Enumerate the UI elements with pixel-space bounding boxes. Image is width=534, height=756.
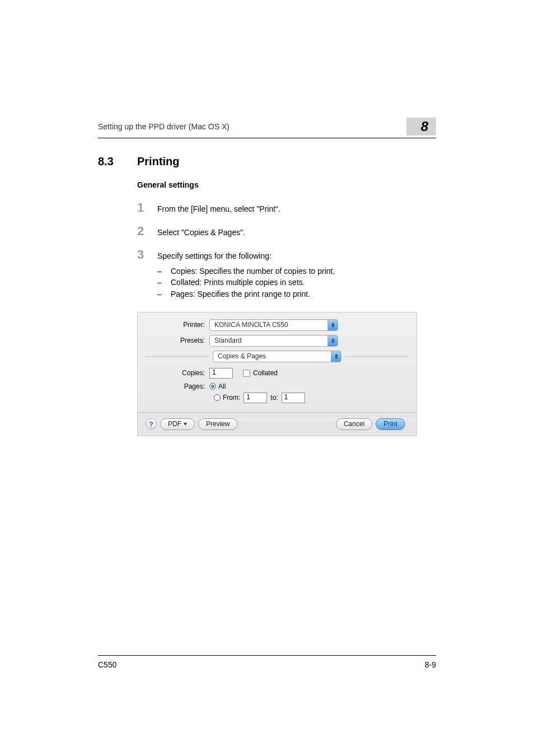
chapter-badge: 8 — [406, 118, 436, 136]
footer-divider — [98, 655, 436, 656]
copies-input[interactable]: 1 — [209, 368, 233, 379]
step-text: Select "Copies & Pages". — [157, 227, 245, 238]
section-number: 8.3 — [98, 155, 137, 168]
caret-down-icon — [184, 423, 187, 426]
presets-label: Presets: — [146, 337, 209, 344]
pages-all-radio[interactable] — [209, 383, 216, 390]
bullet-item: –Pages: Specifies the print range to pri… — [157, 288, 436, 300]
cancel-button[interactable]: Cancel — [336, 418, 372, 430]
from-input[interactable]: 1 — [243, 393, 267, 403]
footer-page-number: 8-9 — [425, 660, 436, 669]
step-number: 2 — [137, 224, 157, 239]
collated-checkbox[interactable] — [243, 370, 250, 377]
step-text: Specify settings for the following: — [157, 250, 271, 262]
section-title: Printing — [137, 155, 180, 168]
step-number: 3 — [137, 248, 157, 262]
copies-label: Copies: — [146, 369, 209, 377]
step-number: 1 — [137, 200, 157, 215]
pages-label: Pages: — [146, 382, 209, 390]
pages-all-label: All — [218, 382, 226, 390]
print-dialog: Printer: KONICA MINOLTA C550 Presets: St… — [137, 312, 417, 436]
collated-label: Collated — [253, 369, 278, 377]
pdf-button[interactable]: PDF — [160, 418, 195, 430]
to-input[interactable]: 1 — [282, 393, 305, 403]
panel-select[interactable]: Copies & Pages — [213, 351, 341, 362]
updown-icon — [327, 335, 338, 346]
printer-label: Printer: — [146, 321, 209, 329]
header-breadcrumb: Setting up the PPD driver (Mac OS X) — [98, 122, 229, 131]
updown-icon — [327, 320, 338, 330]
printer-select[interactable]: KONICA MINOLTA C550 — [209, 319, 338, 331]
pages-from-radio[interactable] — [214, 394, 221, 401]
subsection-title: General settings — [137, 180, 436, 189]
updown-icon — [331, 351, 341, 362]
footer-model: C550 — [98, 660, 116, 669]
presets-select[interactable]: Standard — [209, 335, 338, 347]
bullet-item: –Copies: Specifies the number of copies … — [157, 265, 436, 277]
bullet-item: –Collated: Prints multiple copies in set… — [157, 277, 436, 288]
header-divider — [98, 138, 436, 138]
print-button[interactable]: Print — [376, 418, 405, 430]
preview-button[interactable]: Preview — [198, 418, 238, 430]
from-label: From: — [223, 394, 240, 402]
to-label: to: — [270, 394, 278, 402]
step-text: From the [File] menu, select "Print". — [157, 203, 280, 214]
help-button[interactable]: ? — [146, 418, 157, 430]
